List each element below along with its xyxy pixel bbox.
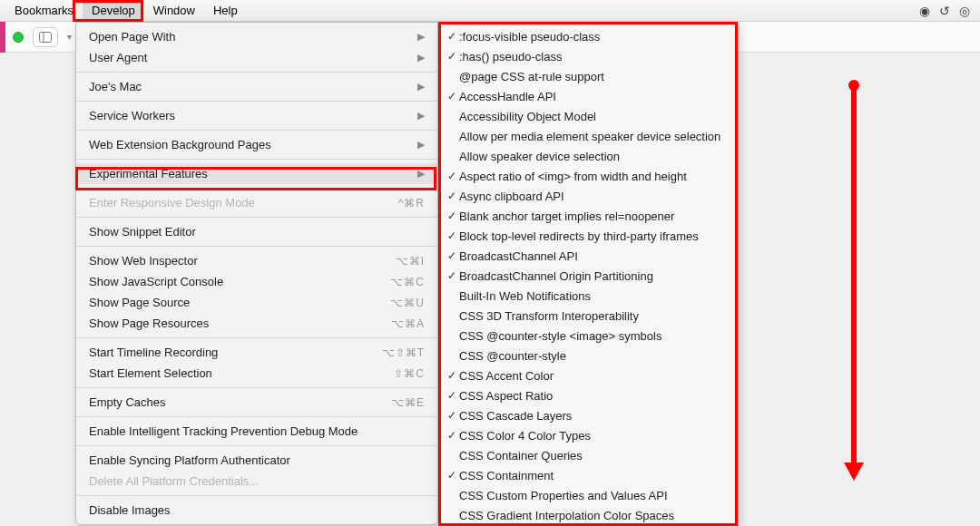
menu-separator	[76, 188, 437, 189]
sidebar-toggle-button[interactable]	[33, 27, 58, 47]
menu-develop[interactable]: Develop	[83, 1, 144, 20]
checkmark-icon: ✓	[445, 389, 459, 402]
feature-label: CSS Gradient Interpolation Color Spaces	[459, 509, 728, 522]
chevron-right-icon: ▶	[417, 31, 425, 43]
checkmark-icon: ✓	[445, 269, 459, 282]
menu-bookmarks[interactable]: Bookmarks	[5, 1, 83, 20]
experimental-feature-item[interactable]: ✓Aspect ratio of <img> from width and he…	[439, 166, 737, 186]
menu-item-shortcut: ⌥⌘I	[396, 255, 425, 268]
develop-menu-item[interactable]: Enable Intelligent Tracking Prevention D…	[76, 421, 437, 442]
experimental-feature-item[interactable]: CSS Container Queries	[439, 445, 737, 465]
chevron-right-icon: ▶	[417, 52, 425, 63]
develop-menu-item[interactable]: Show Web Inspector⌥⌘I	[76, 250, 437, 271]
menu-separator	[76, 495, 437, 496]
menu-item-label: Start Element Selection	[89, 366, 394, 380]
grammarly-icon[interactable]: ◉	[915, 4, 935, 18]
develop-menu-item[interactable]: Show Snippet Editor	[76, 221, 437, 242]
experimental-feature-item[interactable]: ✓AccessHandle API	[439, 86, 737, 106]
menu-item-label: Service Workers	[89, 109, 417, 122]
develop-menu-item: Delete All Platform Credentials...	[76, 471, 437, 492]
menu-separator	[76, 217, 437, 218]
menu-item-shortcut: ⌥⌘U	[390, 297, 425, 309]
menu-item-label: Enter Responsive Design Mode	[89, 196, 398, 209]
develop-menu-item[interactable]: Show Page Resources⌥⌘A	[76, 313, 437, 334]
experimental-feature-item[interactable]: ✓Block top-level redirects by third-part…	[439, 226, 737, 246]
account-icon[interactable]: ◎	[955, 4, 975, 18]
menu-help[interactable]: Help	[204, 1, 247, 20]
feature-label: BroadcastChannel Origin Partitioning	[459, 269, 728, 283]
chevron-right-icon: ▶	[417, 81, 425, 93]
develop-menu-item[interactable]: Web Extension Background Pages▶	[76, 134, 437, 155]
develop-menu-item[interactable]: Joe's Mac▶	[76, 76, 437, 97]
develop-menu-item[interactable]: Show JavaScript Console⌥⌘C	[76, 271, 437, 292]
develop-menu-item[interactable]: Disable Images	[76, 500, 437, 521]
develop-menu-item[interactable]: User Agent▶	[76, 47, 437, 68]
experimental-feature-item[interactable]: CSS @counter-style	[439, 346, 737, 365]
menu-item-label: Show Snippet Editor	[89, 225, 425, 239]
annotation-scroll-arrow	[844, 82, 864, 481]
experimental-feature-item[interactable]: CSS Custom Properties and Values API	[439, 485, 737, 505]
menu-item-label: Enable Syncing Platform Authenticator	[89, 453, 425, 467]
feature-label: CSS Aspect Ratio	[459, 389, 728, 403]
feature-label: CSS Container Queries	[459, 449, 728, 463]
feature-label: BroadcastChannel API	[459, 249, 728, 263]
feature-label: Accessibility Object Model	[459, 110, 728, 123]
menu-item-label: Show Page Source	[89, 296, 390, 309]
experimental-feature-item[interactable]: ✓:has() pseudo-class	[439, 46, 737, 66]
develop-menu-item[interactable]: Open Page With▶	[76, 26, 437, 47]
experimental-feature-item[interactable]: Built-In Web Notifications	[439, 286, 737, 306]
experimental-feature-item[interactable]: Allow per media element speaker device s…	[439, 126, 737, 146]
menu-separator	[76, 72, 437, 73]
develop-menu-item: Enter Responsive Design Mode^⌘R	[76, 192, 437, 213]
experimental-feature-item[interactable]: ✓CSS Color 4 Color Types	[439, 425, 737, 445]
chevron-right-icon: ▶	[417, 110, 425, 122]
develop-menu-item[interactable]: Show Page Source⌥⌘U	[76, 292, 437, 313]
feature-label: CSS Cascade Layers	[459, 409, 728, 423]
feature-label: CSS @counter-style	[459, 349, 728, 363]
experimental-feature-item[interactable]: ✓CSS Cascade Layers	[439, 405, 737, 425]
feature-label: CSS Color 4 Color Types	[459, 429, 728, 443]
experimental-feature-item[interactable]: ✓BroadcastChannel Origin Partitioning	[439, 266, 737, 286]
experimental-feature-item[interactable]: ✓Blank anchor target implies rel=noopene…	[439, 206, 737, 226]
develop-menu-item[interactable]: Enable Syncing Platform Authenticator	[76, 450, 437, 471]
window-accent	[0, 22, 5, 53]
traffic-light-green[interactable]	[13, 32, 24, 43]
chevron-right-icon: ▶	[417, 168, 425, 180]
experimental-feature-item[interactable]: ✓CSS Aspect Ratio	[439, 385, 737, 405]
menu-item-shortcut: ⌥⌘A	[391, 317, 425, 330]
experimental-feature-item[interactable]: ✓BroadcastChannel API	[439, 246, 737, 266]
menu-separator	[76, 246, 437, 247]
experimental-feature-item[interactable]: Allow speaker device selection	[439, 146, 737, 166]
feature-label: AccessHandle API	[459, 90, 728, 103]
develop-menu-item[interactable]: Experimental Features▶	[76, 163, 437, 184]
feature-label: CSS Custom Properties and Values API	[459, 489, 728, 502]
develop-menu-item[interactable]: Start Timeline Recording⌥⇧⌘T	[76, 342, 437, 363]
develop-menu-item[interactable]: Empty Caches⌥⌘E	[76, 392, 437, 413]
experimental-feature-item[interactable]: ✓:focus-visible pseudo-class	[439, 26, 737, 46]
menu-separator	[76, 159, 437, 160]
experimental-feature-item[interactable]: Accessibility Object Model	[439, 106, 737, 126]
feature-label: Block top-level redirects by third-party…	[459, 229, 728, 243]
experimental-feature-item[interactable]: ✓CSS Accent Color	[439, 365, 737, 385]
checkmark-icon: ✓	[445, 209, 459, 222]
menubar: Bookmarks Develop Window Help ◉ ↺ ◎	[0, 0, 980, 22]
chevron-down-icon[interactable]: ▾	[67, 32, 72, 42]
experimental-feature-item[interactable]: ✓CSS Containment	[439, 465, 737, 485]
menu-item-label: User Agent	[89, 51, 417, 64]
experimental-feature-item[interactable]: CSS Gradient Interpolation Color Spaces	[439, 505, 737, 525]
feature-label: :focus-visible pseudo-class	[459, 30, 728, 44]
experimental-features-submenu: ✓:focus-visible pseudo-class✓:has() pseu…	[438, 22, 738, 526]
menu-item-shortcut: ⌥⌘E	[391, 396, 425, 409]
menu-item-label: Web Extension Background Pages	[89, 138, 417, 151]
history-icon[interactable]: ↺	[935, 4, 955, 18]
develop-menu-item[interactable]: Service Workers▶	[76, 105, 437, 126]
svg-rect-0	[40, 32, 52, 42]
experimental-feature-item[interactable]: CSS @counter-style <image> symbols	[439, 326, 737, 346]
develop-menu-item[interactable]: Start Element Selection⇧⌘C	[76, 363, 437, 384]
experimental-feature-item[interactable]: ✓Async clipboard API	[439, 186, 737, 206]
experimental-feature-item[interactable]: CSS 3D Transform Interoperability	[439, 306, 737, 326]
experimental-feature-item[interactable]: @page CSS at-rule support	[439, 66, 737, 86]
menu-separator	[76, 337, 437, 338]
menu-window[interactable]: Window	[144, 1, 204, 20]
menu-item-label: Show Web Inspector	[89, 254, 396, 268]
